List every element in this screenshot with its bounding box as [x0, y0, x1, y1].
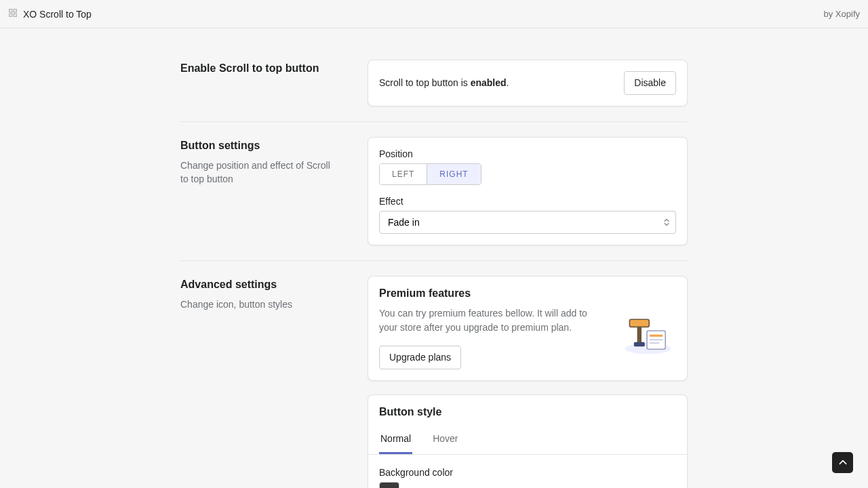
button-style-card: Button style Normal Hover Background col… — [368, 394, 688, 488]
scroll-to-top-fab[interactable] — [832, 452, 853, 473]
position-left-button[interactable]: Left — [380, 164, 427, 184]
svg-rect-11 — [634, 342, 645, 346]
effect-select[interactable]: Fade in — [379, 211, 676, 234]
button-style-title: Button style — [379, 406, 676, 418]
apps-grid-icon — [8, 8, 18, 20]
premium-title: Premium features — [379, 287, 676, 300]
app-title: XO Scroll to Top — [23, 9, 92, 20]
premium-card: Premium features You can try premium fea… — [368, 276, 688, 381]
position-segmented: Left Right — [379, 163, 481, 185]
premium-desc: You can try premium features bellow. It … — [379, 306, 604, 335]
svg-rect-9 — [629, 319, 649, 327]
svg-rect-1 — [14, 9, 16, 12]
disable-button[interactable]: Disable — [624, 71, 676, 95]
svg-rect-6 — [650, 334, 663, 336]
tab-normal[interactable]: Normal — [379, 426, 412, 454]
svg-rect-8 — [650, 342, 659, 344]
advanced-settings-desc: Change icon, button styles — [180, 298, 340, 311]
tab-hover[interactable]: Hover — [431, 426, 459, 454]
svg-rect-7 — [650, 339, 663, 340]
button-settings-desc: Change position and effect of Scroll to … — [180, 159, 340, 186]
button-settings-card: Position Left Right Effect Fade in — [368, 137, 688, 245]
svg-rect-2 — [9, 14, 12, 16]
effect-label: Effect — [379, 196, 676, 207]
svg-rect-3 — [14, 14, 16, 16]
enable-card: Scroll to top button is enabled. Disable — [368, 60, 688, 106]
position-right-button[interactable]: Right — [427, 164, 480, 184]
bg-color-label: Background color — [379, 467, 676, 478]
vendor-label: by Xopify — [824, 9, 860, 19]
style-tabs: Normal Hover — [368, 426, 687, 455]
svg-rect-10 — [637, 327, 642, 343]
upgrade-plans-button[interactable]: Upgrade plans — [379, 346, 461, 369]
enable-status-text: Scroll to top button is enabled. — [379, 77, 509, 88]
top-bar: XO Scroll to Top by Xopify — [0, 0, 868, 28]
svg-rect-0 — [9, 9, 12, 12]
premium-illustration-icon — [618, 306, 676, 361]
button-settings-title: Button settings — [180, 140, 340, 152]
bg-color-swatch[interactable] — [379, 482, 399, 488]
enable-section-title: Enable Scroll to top button — [180, 62, 340, 75]
advanced-settings-title: Advanced settings — [180, 279, 340, 291]
page-content: Enable Scroll to top button Scroll to to… — [180, 28, 688, 488]
position-label: Position — [379, 148, 676, 159]
